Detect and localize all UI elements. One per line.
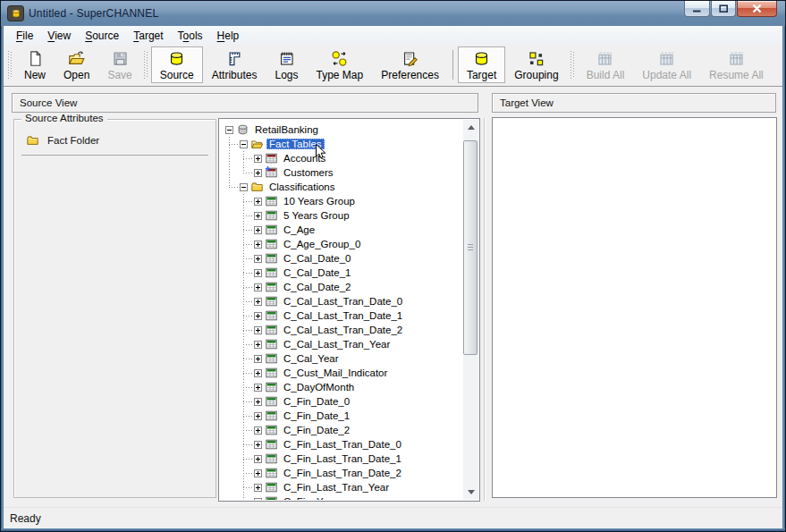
scroll-up-button[interactable] [463, 120, 478, 135]
tree-item-label[interactable]: C_Cal_Year [281, 353, 342, 364]
expand-icon[interactable] [254, 212, 262, 220]
menu-item-view[interactable]: View [40, 28, 78, 44]
collapse-icon[interactable] [225, 126, 233, 134]
target-button[interactable]: Target [458, 46, 505, 83]
tree-item-label[interactable]: RetailBanking [252, 124, 321, 135]
tree-item-label[interactable]: Classifications [266, 182, 338, 192]
expand-icon[interactable] [254, 241, 262, 249]
tree-item-c-fin-date-1[interactable]: C_Fin_Date_1 [220, 409, 463, 423]
panel-splitter[interactable] [484, 118, 485, 501]
expand-icon[interactable] [254, 369, 262, 377]
tree-item-c-cal-year[interactable]: C_Cal_Year [220, 351, 463, 366]
tree-item-label[interactable]: C_Cal_Date_2 [281, 282, 353, 292]
tree-item-classifications[interactable]: Classifications [220, 180, 463, 194]
tree-item-c-age[interactable]: C_Age [220, 223, 463, 237]
tree-item-label[interactable]: C_Age_Group_0 [281, 239, 363, 249]
tree-item-label[interactable]: C_Cal_Date_0 [281, 253, 353, 264]
expand-icon[interactable] [254, 384, 262, 392]
tree-item-10-years-group[interactable]: 10 Years Group [220, 194, 463, 208]
expand-icon[interactable] [254, 412, 262, 420]
collapse-icon[interactable] [240, 140, 248, 148]
tree-item-c-cal-date-2[interactable]: C_Cal_Date_2 [220, 280, 463, 294]
tree-item-c-fin-year[interactable]: C_Fin_Year [220, 494, 463, 500]
scrollbar-thumb[interactable] [463, 140, 478, 355]
tree-item-label[interactable]: C_Cal_Last_Tran_Year [281, 339, 393, 350]
tree-item-c-fin-last-tran-date-1[interactable]: C_Fin_Last_Tran_Date_1 [220, 452, 463, 466]
tree-item-label[interactable]: C_Fin_Last_Tran_Date_0 [281, 439, 404, 450]
scroll-down-button[interactable] [463, 485, 478, 500]
expand-icon[interactable] [254, 269, 262, 277]
expand-icon[interactable] [254, 226, 262, 234]
tree-item-label[interactable]: C_Cal_Date_1 [281, 267, 353, 278]
tree-item-label[interactable]: Customers [281, 167, 336, 178]
title-bar[interactable]: Untitled - SuperCHANNEL [1, 1, 785, 26]
expand-icon[interactable] [254, 398, 262, 406]
expand-icon[interactable] [254, 469, 262, 477]
collapse-icon[interactable] [240, 183, 248, 191]
menu-item-source[interactable]: Source [78, 28, 126, 44]
minimize-button[interactable] [684, 1, 710, 17]
tree-item-label[interactable]: C_Cal_Last_Tran_Date_2 [281, 325, 405, 335]
expand-icon[interactable] [254, 169, 262, 177]
open-button[interactable]: Open [55, 46, 98, 83]
attributes-button[interactable]: Attributes [203, 46, 266, 83]
expand-icon[interactable] [254, 341, 262, 349]
grouping-button[interactable]: Grouping [505, 46, 567, 83]
tree-item-5-years-group[interactable]: 5 Years Group [220, 208, 463, 223]
expand-icon[interactable] [254, 355, 262, 363]
tree-item-label[interactable]: 5 Years Group [281, 210, 352, 221]
close-button[interactable] [737, 1, 777, 17]
menu-item-target[interactable]: Target [126, 28, 170, 44]
tree-item-c-cal-date-1[interactable]: C_Cal_Date_1 [220, 266, 463, 280]
menu-item-file[interactable]: File [9, 28, 40, 44]
tree-item-label[interactable]: C_Fin_Year [281, 496, 340, 500]
tree-item-c-fin-last-tran-year[interactable]: C_Fin_Last_Tran_Year [220, 480, 463, 494]
tree-item-c-cal-last-tran-year[interactable]: C_Cal_Last_Tran_Year [220, 337, 463, 351]
tree-item-c-cal-last-tran-date-1[interactable]: C_Cal_Last_Tran_Date_1 [220, 308, 463, 323]
tree-item-label[interactable]: C_Fin_Date_1 [281, 410, 352, 421]
tree-item-c-fin-last-tran-date-0[interactable]: C_Fin_Last_Tran_Date_0 [220, 437, 463, 452]
tree-item-label[interactable]: C_DayOfMonth [281, 382, 357, 393]
type-map-button[interactable]: Type Map [308, 46, 373, 83]
tree-item-c-cal-date-0[interactable]: C_Cal_Date_0 [220, 251, 463, 266]
tree-item-c-fin-date-2[interactable]: C_Fin_Date_2 [220, 423, 463, 437]
tree-item-label[interactable]: C_Cust_Mail_Indicator [281, 367, 390, 378]
expand-icon[interactable] [254, 426, 262, 435]
tree-item-c-fin-last-tran-date-2[interactable]: C_Fin_Last_Tran_Date_2 [220, 466, 463, 480]
expand-icon[interactable] [254, 198, 262, 206]
tree-item-label[interactable]: C_Cal_Last_Tran_Date_1 [281, 310, 405, 321]
source-button[interactable]: Source [151, 46, 203, 83]
tree-item-label[interactable]: 10 Years Group [281, 196, 358, 207]
tree-item-customers[interactable]: Customers [220, 165, 463, 180]
expand-icon[interactable] [254, 283, 262, 291]
new-button[interactable]: New [15, 46, 55, 83]
tree-item-c-cal-last-tran-date-2[interactable]: C_Cal_Last_Tran_Date_2 [220, 323, 463, 337]
tree-item-c-cal-last-tran-date-0[interactable]: C_Cal_Last_Tran_Date_0 [220, 294, 463, 308]
tree-item-label[interactable]: C_Fin_Last_Tran_Date_1 [281, 453, 404, 464]
fact-folder-item[interactable]: Fact Folder [23, 134, 216, 147]
maximize-button[interactable] [711, 1, 736, 17]
tree-item-label[interactable]: C_Fin_Date_2 [281, 425, 352, 435]
expand-icon[interactable] [254, 298, 262, 306]
tree-item-accounts[interactable]: Accounts [220, 151, 463, 165]
tree-item-label[interactable]: C_Fin_Date_0 [281, 396, 352, 407]
expand-icon[interactable] [254, 312, 262, 320]
tree-scrollbar[interactable] [463, 120, 478, 500]
tree-item-label[interactable]: C_Age [281, 224, 317, 235]
tree-item-retailbanking[interactable]: RetailBanking [220, 122, 463, 137]
expand-icon[interactable] [254, 455, 262, 463]
tree-item-c-age-group-0[interactable]: C_Age_Group_0 [220, 237, 463, 251]
menu-item-help[interactable]: Help [210, 28, 247, 44]
tree-item-c-dayofmonth[interactable]: C_DayOfMonth [220, 380, 463, 394]
preferences-button[interactable]: Preferences [372, 46, 448, 83]
expand-icon[interactable] [254, 155, 262, 163]
expand-icon[interactable] [254, 326, 262, 334]
tree-item-label[interactable]: C_Cal_Last_Tran_Date_0 [281, 296, 405, 307]
tree-item-c-cust-mail-indicator[interactable]: C_Cust_Mail_Indicator [220, 366, 463, 380]
expand-icon[interactable] [254, 484, 262, 492]
menu-item-tools[interactable]: Tools [171, 28, 210, 44]
tree-item-label[interactable]: C_Fin_Last_Tran_Year [281, 482, 392, 493]
expand-icon[interactable] [254, 441, 262, 449]
tree-item-fact-tables[interactable]: Fact Tables [220, 137, 463, 151]
expand-icon[interactable] [254, 255, 262, 263]
